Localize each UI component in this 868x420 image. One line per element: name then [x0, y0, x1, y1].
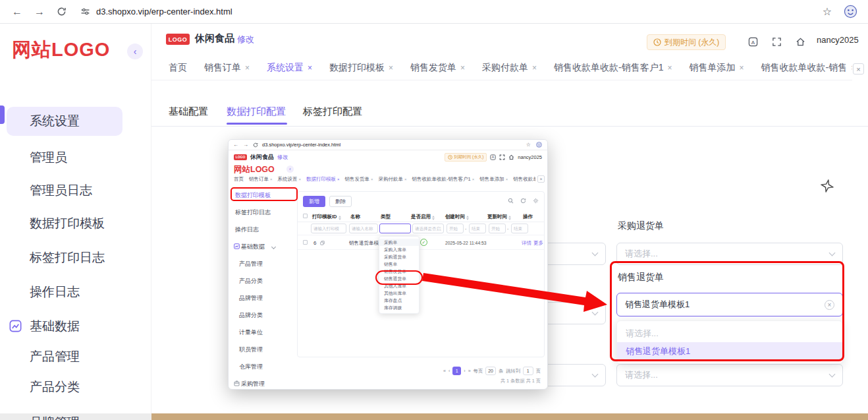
sparkle-icon: [819, 178, 835, 194]
store-name: 休闲食品: [195, 32, 234, 45]
delete-button: 删除: [329, 196, 352, 207]
close-icon[interactable]: ×: [245, 63, 250, 73]
row-created: 2025-05-22 11:44:53: [445, 241, 487, 245]
tab-sales-delivery[interactable]: 销售发货单×: [410, 62, 465, 74]
clock-icon: [653, 38, 661, 46]
home-icon[interactable]: [796, 37, 805, 47]
sidebar-item-warehouse-management: 仓库管理: [239, 363, 263, 371]
sidebar-drag-handle[interactable]: [0, 105, 5, 124]
purchase-return-select[interactable]: 请选择...: [616, 243, 843, 265]
type-option-sales-return: 销售退货单: [379, 275, 419, 282]
store-name: 休闲食品: [250, 153, 274, 162]
type-option: 其他入库单: [379, 282, 419, 289]
close-all-tabs-icon[interactable]: ×: [853, 63, 864, 75]
forward-icon[interactable]: →: [34, 7, 45, 17]
sidebar: 网站LOGO ‹ 系统设置 管理员 管理员日志 数据打印模板 标签打印日志 操作…: [0, 24, 151, 413]
sales-return-dropdown: 请选择... 销售退货单模板1: [616, 320, 843, 364]
site-info-icon[interactable]: [81, 7, 90, 16]
bookmark-star-icon: ☆: [526, 142, 531, 148]
created-end-input: [469, 224, 486, 233]
chevron-down-icon: [271, 245, 276, 249]
sidebar-group-basic-data: 基础数据: [241, 243, 265, 251]
tab-system-settings[interactable]: 系统设置×: [267, 62, 312, 74]
col-actions: 操作: [523, 214, 533, 220]
bookmark-star-icon[interactable]: ☆: [823, 5, 832, 18]
chevron-down-icon: [592, 249, 599, 256]
config-tab-label-print[interactable]: 标签打印配置: [303, 105, 362, 118]
search-icon: [508, 198, 514, 204]
type-option: 采购退货单: [379, 253, 419, 260]
config-tab-basic[interactable]: 基础配置: [169, 105, 208, 118]
sidebar-item-operation-log[interactable]: 操作日志: [30, 284, 80, 301]
forward-icon: →: [243, 142, 248, 148]
sidebar-item-product-category: 产品分类: [239, 277, 263, 285]
sidebar-item-admin-log[interactable]: 管理员日志: [30, 182, 92, 199]
table-row: 6 销售退货单模板1 ✓ 2025-05-22 11:44:53 详情 更多: [298, 235, 544, 250]
sort-icon: [432, 216, 435, 220]
close-icon[interactable]: ×: [668, 63, 672, 73]
chevron-down-icon: [592, 371, 599, 377]
tab-purchase-payment[interactable]: 采购付款单×: [482, 62, 537, 74]
tab-home[interactable]: 首页: [169, 62, 187, 74]
tab-sales-receipt-customer1: 销售收款单收款-销售客户1×: [412, 176, 475, 183]
fullscreen-icon[interactable]: [772, 37, 782, 47]
sidebar-item-data-print-template[interactable]: 数据打印模板: [30, 215, 105, 232]
clear-icon[interactable]: ×: [825, 300, 834, 310]
tab-sales-order-add[interactable]: 销售单添加×: [690, 62, 744, 74]
prev-page-icon: ‹: [448, 368, 450, 374]
profile-avatar[interactable]: [844, 5, 857, 18]
back-icon: ←: [233, 142, 238, 148]
tab-data-print-template[interactable]: 数据打印模板×: [329, 62, 393, 74]
sidebar-item-system-settings[interactable]: 系统设置: [7, 107, 122, 136]
close-icon[interactable]: ×: [851, 63, 852, 73]
tab-sales-order[interactable]: 销售订单×: [204, 62, 250, 74]
url-text[interactable]: d3.shopxo.vip/erp-center-index.html: [96, 7, 232, 16]
inner-table-card: 新增 删除 打印模板ID 名称 类型 是否启用 创建时间 更新时间 操作: [297, 191, 545, 357]
box-icon: [234, 380, 240, 386]
add-button: 新增: [303, 196, 325, 207]
sidebar-collapse-button[interactable]: ‹: [127, 44, 143, 59]
tab-sales-receipt-customer1[interactable]: 销售收款单收款-销售客户1×: [554, 62, 672, 74]
sidebar-item-product-category[interactable]: 产品分类: [30, 378, 80, 396]
select-all-checkbox: [303, 214, 308, 218]
more-link: 更多: [533, 240, 543, 247]
tab-sales-receipt[interactable]: 销售收款单收款-销售×: [761, 62, 852, 74]
browser-toolbar: ← → d3.shopxo.vip/erp-center-index.html …: [0, 0, 868, 24]
fullscreen-icon: [499, 154, 505, 160]
sidebar-item-brand-management[interactable]: 品牌管理: [30, 414, 80, 420]
close-icon[interactable]: ×: [532, 63, 537, 73]
close-icon[interactable]: ×: [740, 63, 744, 73]
sidebar-item-operation-log: 操作日志: [235, 225, 259, 234]
sales-return-select[interactable]: 销售退货单模板1 ×: [616, 293, 843, 316]
close-icon[interactable]: ×: [389, 63, 393, 73]
back-icon[interactable]: ←: [12, 7, 22, 17]
page-tabbar: 首页 销售订单× 系统设置× 数据打印模板× 销售发货单× 采购付款单× 销售收…: [151, 55, 852, 80]
expire-badge: 到期时间 (永久): [647, 34, 726, 50]
sidebar-collapse-button: ‹: [286, 165, 294, 173]
sidebar-item-label-print-log[interactable]: 标签打印日志: [30, 249, 105, 266]
refresh-icon: [520, 198, 526, 204]
close-icon[interactable]: ×: [308, 63, 312, 73]
type-option: 库存调拨: [379, 304, 419, 311]
store-edit-link[interactable]: 修改: [237, 34, 254, 45]
sidebar-item-product-management[interactable]: 产品管理: [30, 348, 80, 365]
expire-badge: 到期时间 (永久): [445, 153, 487, 162]
dropdown-option-placeholder[interactable]: 请选择...: [617, 324, 842, 342]
close-icon[interactable]: ×: [460, 63, 465, 73]
username[interactable]: nancy2025: [817, 35, 859, 45]
dropdown-option-selected[interactable]: 销售退货单模板1: [617, 342, 842, 360]
col-template-id: 打印模板ID: [312, 214, 341, 220]
refresh-icon[interactable]: [57, 7, 67, 16]
sidebar-item-admin[interactable]: 管理员: [30, 149, 67, 166]
language-icon[interactable]: A: [748, 37, 758, 47]
store-logo-badge: LOGO: [234, 154, 247, 160]
sidebar-group-basic-data[interactable]: 基础数据: [30, 318, 80, 335]
sales-return-label: 销售退货单: [618, 272, 664, 284]
tab-purchase-payment: 采购付款单×: [379, 176, 407, 183]
config-tab-data-print[interactable]: 数据打印配置: [227, 105, 286, 118]
sidebar-item-label-print-log: 标签打印日志: [235, 208, 271, 217]
other-select[interactable]: 请选择...: [616, 364, 843, 386]
inner-app-header: LOGO 休闲食品 修改 到期时间 (永久) A nancy2025: [229, 150, 547, 164]
type-option: 采购单: [379, 239, 419, 246]
sort-icon: [508, 216, 511, 220]
